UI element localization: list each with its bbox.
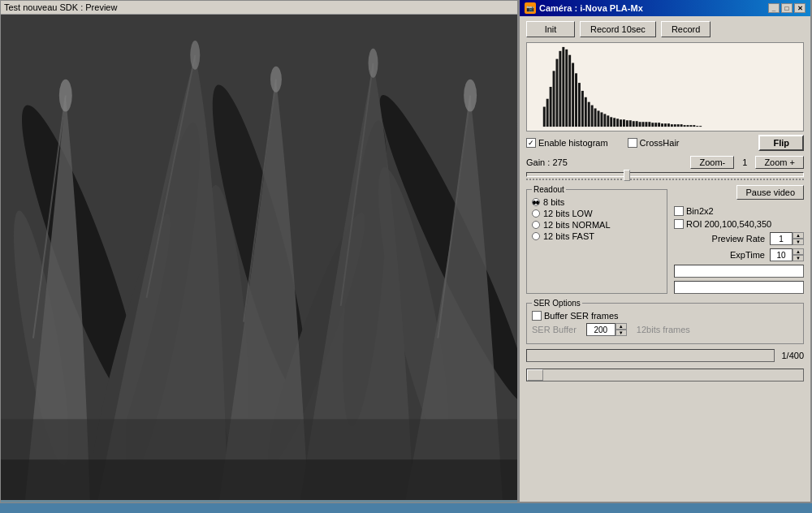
- readout-fieldset: Readout 8 bits 12 bits LOW 12 bits NORMA…: [526, 185, 667, 294]
- svg-rect-36: [581, 91, 584, 127]
- histogram-svg: [527, 43, 803, 131]
- maximize-button[interactable]: □: [781, 3, 793, 13]
- svg-rect-41: [598, 110, 600, 127]
- svg-rect-60: [658, 123, 660, 127]
- radio-8bits-btn[interactable]: [532, 198, 540, 206]
- svg-rect-22: [1, 459, 517, 500]
- roi-row: ROI 200,100,540,350: [674, 219, 804, 229]
- slider-track: [526, 179, 804, 180]
- preview-rate-value[interactable]: 1: [770, 232, 793, 245]
- readout-legend: Readout: [532, 185, 566, 194]
- buffer-ser-checkbox[interactable]: [532, 311, 542, 321]
- radio-12bits-low-btn[interactable]: [532, 209, 540, 218]
- svg-rect-58: [651, 123, 654, 127]
- extra-input-2[interactable]: [674, 281, 804, 294]
- svg-rect-63: [667, 123, 670, 127]
- histogram-container: [526, 42, 804, 131]
- svg-rect-49: [623, 119, 625, 127]
- ser-buffer-down[interactable]: ▼: [615, 330, 627, 336]
- svg-rect-69: [687, 125, 689, 127]
- bin2x2-checkbox[interactable]: [674, 206, 684, 216]
- plant-svg: [1, 15, 517, 500]
- enable-histogram-checkbox[interactable]: ✓: [526, 138, 536, 148]
- panel-titlebar: 📷 Caméra : i-Nova PLA-Mx _ □ ✕: [520, 0, 810, 16]
- svg-rect-33: [572, 63, 574, 127]
- svg-rect-67: [680, 124, 683, 127]
- svg-rect-46: [613, 118, 615, 127]
- radio-12bits-fast[interactable]: 12 bits FAST: [532, 231, 662, 241]
- exp-time-value[interactable]: 10: [770, 248, 793, 261]
- preview-rate-label: Preview Rate: [712, 234, 765, 244]
- zoom-value: 1: [739, 157, 750, 167]
- init-button[interactable]: Init: [526, 21, 575, 37]
- minimize-button[interactable]: _: [768, 3, 780, 13]
- camera-panel: 📷 Caméra : i-Nova PLA-Mx _ □ ✕ Init Reco…: [518, 0, 812, 503]
- record-10sec-button[interactable]: Record 10sec: [580, 21, 656, 37]
- svg-rect-62: [664, 123, 667, 127]
- preview-rate-row: Preview Rate 1 ▲ ▼: [674, 232, 804, 245]
- svg-rect-59: [654, 123, 657, 127]
- close-button[interactable]: ✕: [794, 3, 806, 13]
- svg-rect-45: [610, 117, 612, 127]
- panel-title: Caméra : i-Nova PLA-Mx: [539, 3, 643, 13]
- zoom-minus-button[interactable]: Zoom-: [690, 156, 734, 169]
- svg-rect-23: [527, 43, 803, 131]
- svg-rect-54: [639, 122, 641, 127]
- roi-label[interactable]: ROI 200,100,540,350: [674, 219, 771, 229]
- bottom-scrollbar[interactable]: [526, 369, 804, 382]
- svg-rect-68: [684, 125, 686, 127]
- radio-12bits-normal-btn[interactable]: [532, 221, 540, 229]
- flip-button[interactable]: Flip: [758, 135, 804, 151]
- buffer-ser-label[interactable]: Buffer SER frames: [532, 311, 619, 321]
- gain-slider[interactable]: [526, 172, 804, 177]
- ser-buffer-spinbox[interactable]: 200 ▲ ▼: [586, 323, 627, 336]
- svg-rect-71: [693, 125, 695, 127]
- svg-rect-34: [575, 73, 577, 127]
- radio-8bits[interactable]: 8 bits: [532, 197, 662, 207]
- svg-rect-52: [633, 121, 635, 127]
- svg-rect-39: [591, 106, 594, 127]
- bottom-scrollbar-thumb[interactable]: [527, 369, 543, 381]
- svg-rect-27: [553, 71, 555, 127]
- record-button[interactable]: Record: [661, 21, 710, 37]
- extra-input-1-row: [674, 265, 804, 278]
- crosshair-text: CrossHair: [640, 138, 680, 148]
- svg-rect-43: [603, 114, 606, 127]
- preview-rate-spinbox[interactable]: 1 ▲ ▼: [770, 232, 804, 245]
- zoom-plus-button[interactable]: Zoom +: [755, 156, 804, 169]
- bin2x2-row: Bin2x2: [674, 206, 804, 216]
- radio-12bits-low[interactable]: 12 bits LOW: [532, 209, 662, 218]
- roi-checkbox[interactable]: [674, 219, 684, 229]
- enable-histogram-label[interactable]: ✓ Enable histogram: [526, 138, 608, 148]
- preview-rate-down[interactable]: ▼: [793, 239, 804, 245]
- radio-12bits-fast-label: 12 bits FAST: [543, 231, 594, 241]
- preview-rate-up[interactable]: ▲: [793, 232, 804, 239]
- ser-buffer-up[interactable]: ▲: [615, 323, 627, 330]
- crosshair-checkbox[interactable]: [628, 138, 637, 148]
- exp-time-up[interactable]: ▲: [793, 248, 804, 255]
- extra-input-1[interactable]: [674, 265, 804, 278]
- radio-12bits-fast-btn[interactable]: [532, 232, 540, 240]
- exp-time-spinbox[interactable]: 10 ▲ ▼: [770, 248, 804, 261]
- svg-rect-44: [607, 115, 609, 127]
- gain-zoom-row: Gain : 275 Zoom- 1 Zoom +: [520, 154, 810, 170]
- enable-histogram-text: Enable histogram: [538, 138, 608, 148]
- camera-icon: 📷: [525, 2, 536, 14]
- svg-rect-28: [555, 59, 558, 127]
- svg-rect-29: [559, 51, 561, 127]
- svg-rect-42: [600, 112, 603, 127]
- radio-12bits-normal[interactable]: 12 bits NORMAL: [532, 220, 662, 230]
- crosshair-label[interactable]: CrossHair: [628, 138, 680, 148]
- bin2x2-label[interactable]: Bin2x2: [674, 206, 714, 216]
- pause-video-button[interactable]: Pause video: [736, 185, 804, 200]
- exp-time-down[interactable]: ▼: [793, 255, 804, 261]
- roi-text: ROI 200,100,540,350: [686, 219, 771, 229]
- svg-point-18: [270, 67, 282, 93]
- panel-titlebar-title: 📷 Caméra : i-Nova PLA-Mx: [525, 2, 643, 14]
- svg-rect-55: [642, 122, 645, 127]
- radio-12bits-normal-label: 12 bits NORMAL: [543, 220, 611, 230]
- svg-rect-51: [629, 120, 632, 127]
- gain-slider-thumb[interactable]: [624, 170, 630, 181]
- ser-buffer-value[interactable]: 200: [586, 323, 615, 336]
- svg-point-17: [190, 41, 200, 70]
